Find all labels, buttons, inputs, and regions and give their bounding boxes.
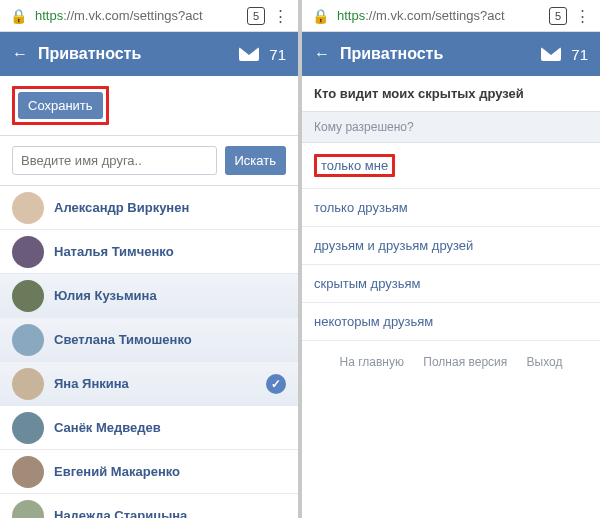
friend-row[interactable]: Евгений Макаренко (0, 450, 298, 494)
friend-row[interactable]: Санёк Медведев (0, 406, 298, 450)
friend-row[interactable]: Надежда Старицына (0, 494, 298, 518)
page-header: ← Приватность 71 (0, 32, 298, 76)
friend-name: Александр Виркунен (54, 200, 286, 215)
footer-exit-link[interactable]: Выход (527, 355, 563, 369)
back-icon[interactable]: ← (12, 45, 28, 63)
friend-row[interactable]: Александр Виркунен (0, 186, 298, 230)
friend-row[interactable]: Яна Янкина✓ (0, 362, 298, 406)
avatar (12, 236, 44, 268)
avatar (12, 456, 44, 488)
footer-home-link[interactable]: На главную (339, 355, 403, 369)
pane-left: 🔒 https://m.vk.com/settings?act 5 ⋮ ← Пр… (0, 0, 300, 518)
option-list: только мнетолько друзьямдрузьям и друзья… (302, 143, 600, 341)
friend-list[interactable]: Александр ВиркуненНаталья ТимченкоЮлия К… (0, 186, 298, 518)
option-label: только мне (321, 158, 388, 173)
tab-count[interactable]: 5 (247, 7, 265, 25)
search-button[interactable]: Искать (225, 146, 287, 175)
lock-icon: 🔒 (10, 8, 27, 24)
friend-row[interactable]: Юлия Кузьмина (0, 274, 298, 318)
save-bar: Сохранить (0, 76, 298, 136)
friend-search-input[interactable] (12, 146, 217, 175)
menu-icon[interactable]: ⋮ (273, 8, 288, 23)
privacy-option[interactable]: только мне (302, 143, 600, 189)
page-title: Приватность (340, 45, 531, 63)
friend-name: Яна Янкина (54, 376, 256, 391)
avatar (12, 324, 44, 356)
address-bar: 🔒 https://m.vk.com/settings?act 5 ⋮ (0, 0, 298, 32)
friend-name: Юлия Кузьмина (54, 288, 286, 303)
save-button[interactable]: Сохранить (18, 92, 103, 119)
mail-icon[interactable] (541, 47, 561, 61)
friend-name: Евгений Макаренко (54, 464, 286, 479)
footer-full-link[interactable]: Полная версия (423, 355, 507, 369)
mail-badge: 71 (571, 46, 588, 63)
check-icon: ✓ (266, 374, 286, 394)
mail-icon[interactable] (239, 47, 259, 61)
tab-count[interactable]: 5 (549, 7, 567, 25)
friend-name: Наталья Тимченко (54, 244, 286, 259)
search-row: Искать (0, 136, 298, 186)
lock-icon: 🔒 (312, 8, 329, 24)
footer-links: На главную Полная версия Выход (302, 341, 600, 369)
privacy-option[interactable]: некоторым друзьям (302, 303, 600, 341)
avatar (12, 368, 44, 400)
highlight-option: только мне (314, 154, 395, 177)
privacy-option[interactable]: друзьям и друзьям друзей (302, 227, 600, 265)
friend-name: Санёк Медведев (54, 420, 286, 435)
back-icon[interactable]: ← (314, 45, 330, 63)
page-header: ← Приватность 71 (302, 32, 600, 76)
friend-row[interactable]: Наталья Тимченко (0, 230, 298, 274)
highlight-save: Сохранить (12, 86, 109, 125)
avatar (12, 280, 44, 312)
pane-right: 🔒 https://m.vk.com/settings?act 5 ⋮ ← Пр… (300, 0, 600, 518)
friend-name: Надежда Старицына (54, 508, 286, 518)
privacy-option[interactable]: скрытым друзьям (302, 265, 600, 303)
section-title: Кто видит моих скрытых друзей (302, 76, 600, 111)
avatar (12, 500, 44, 519)
privacy-option[interactable]: только друзьям (302, 189, 600, 227)
avatar (12, 412, 44, 444)
avatar (12, 192, 44, 224)
mail-badge: 71 (269, 46, 286, 63)
section-subtitle: Кому разрешено? (302, 111, 600, 143)
address-bar: 🔒 https://m.vk.com/settings?act 5 ⋮ (302, 0, 600, 32)
url-text[interactable]: https://m.vk.com/settings?act (35, 8, 239, 23)
friend-name: Светлана Тимошенко (54, 332, 286, 347)
menu-icon[interactable]: ⋮ (575, 8, 590, 23)
page-title: Приватность (38, 45, 229, 63)
friend-row[interactable]: Светлана Тимошенко (0, 318, 298, 362)
url-text[interactable]: https://m.vk.com/settings?act (337, 8, 541, 23)
